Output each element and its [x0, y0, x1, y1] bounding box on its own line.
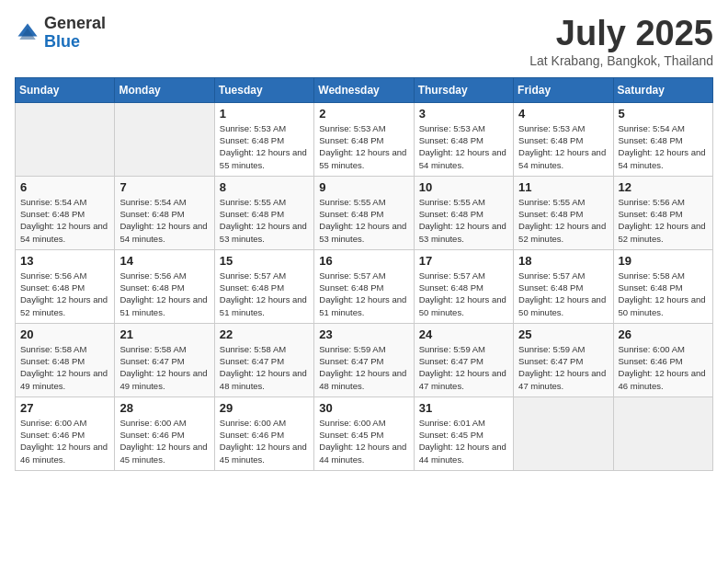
cell-info: Sunrise: 5:58 AMSunset: 6:48 PMDaylight:…: [20, 343, 109, 392]
day-number: 12: [619, 180, 708, 194]
day-header-thursday: Thursday: [414, 77, 513, 102]
calendar-cell: 29Sunrise: 6:00 AMSunset: 6:46 PMDayligh…: [214, 396, 313, 470]
day-number: 16: [319, 254, 408, 268]
calendar-week-row: 27Sunrise: 6:00 AMSunset: 6:46 PMDayligh…: [16, 396, 713, 470]
day-number: 30: [319, 401, 408, 415]
day-number: 31: [419, 401, 508, 415]
cell-info: Sunrise: 5:56 AMSunset: 6:48 PMDaylight:…: [619, 196, 708, 245]
cell-info: Sunrise: 5:57 AMSunset: 6:48 PMDaylight:…: [319, 270, 408, 318]
cell-info: Sunrise: 5:58 AMSunset: 6:47 PMDaylight:…: [119, 343, 209, 392]
cell-info: Sunrise: 6:00 AMSunset: 6:46 PMDaylight:…: [119, 417, 209, 465]
cell-info: Sunrise: 5:53 AMSunset: 6:48 PMDaylight:…: [419, 122, 508, 171]
logo-text: General Blue: [44, 15, 106, 52]
day-number: 26: [619, 327, 708, 341]
day-number: 22: [220, 327, 309, 341]
day-header-friday: Friday: [514, 77, 613, 102]
calendar-cell: [613, 396, 712, 470]
day-number: 7: [119, 180, 209, 194]
calendar-cell: 31Sunrise: 6:01 AMSunset: 6:45 PMDayligh…: [414, 396, 513, 470]
calendar-cell: 11Sunrise: 5:55 AMSunset: 6:48 PMDayligh…: [514, 176, 613, 249]
day-number: 8: [220, 180, 309, 194]
day-number: 24: [419, 327, 508, 341]
calendar-header-row: SundayMondayTuesdayWednesdayThursdayFrid…: [16, 77, 713, 102]
day-number: 1: [220, 107, 309, 121]
cell-info: Sunrise: 5:54 AMSunset: 6:48 PMDaylight:…: [20, 196, 109, 245]
cell-info: Sunrise: 5:53 AMSunset: 6:48 PMDaylight:…: [319, 122, 408, 171]
cell-info: Sunrise: 5:58 AMSunset: 6:47 PMDaylight:…: [220, 343, 309, 392]
calendar-cell: 25Sunrise: 5:59 AMSunset: 6:47 PMDayligh…: [514, 323, 613, 396]
cell-info: Sunrise: 5:56 AMSunset: 6:48 PMDaylight:…: [119, 270, 209, 318]
calendar-cell: 13Sunrise: 5:56 AMSunset: 6:48 PMDayligh…: [16, 249, 115, 323]
calendar-cell: 19Sunrise: 5:58 AMSunset: 6:48 PMDayligh…: [613, 249, 712, 323]
calendar-table: SundayMondayTuesdayWednesdayThursdayFrid…: [15, 77, 713, 471]
cell-info: Sunrise: 5:53 AMSunset: 6:48 PMDaylight:…: [518, 122, 608, 171]
calendar-cell: 9Sunrise: 5:55 AMSunset: 6:48 PMDaylight…: [314, 176, 414, 249]
day-header-tuesday: Tuesday: [214, 77, 313, 102]
day-number: 14: [119, 254, 209, 268]
day-number: 18: [518, 254, 608, 268]
location-subtitle: Lat Krabang, Bangkok, Thailand: [529, 53, 713, 68]
calendar-cell: 17Sunrise: 5:57 AMSunset: 6:48 PMDayligh…: [414, 249, 513, 323]
calendar-cell: 4Sunrise: 5:53 AMSunset: 6:48 PMDaylight…: [514, 102, 613, 176]
day-number: 21: [119, 327, 209, 341]
calendar-cell: 26Sunrise: 6:00 AMSunset: 6:46 PMDayligh…: [613, 323, 712, 396]
day-number: 15: [220, 254, 309, 268]
cell-info: Sunrise: 5:55 AMSunset: 6:48 PMDaylight:…: [518, 196, 608, 245]
cell-info: Sunrise: 5:54 AMSunset: 6:48 PMDaylight:…: [119, 196, 209, 245]
day-header-sunday: Sunday: [16, 77, 115, 102]
cell-info: Sunrise: 6:00 AMSunset: 6:46 PMDaylight:…: [20, 417, 109, 465]
calendar-cell: 15Sunrise: 5:57 AMSunset: 6:48 PMDayligh…: [214, 249, 313, 323]
day-number: 9: [319, 180, 408, 194]
logo-blue: Blue: [44, 33, 106, 52]
day-number: 6: [20, 180, 109, 194]
calendar-body: 1Sunrise: 5:53 AMSunset: 6:48 PMDaylight…: [16, 102, 713, 470]
cell-info: Sunrise: 5:57 AMSunset: 6:48 PMDaylight:…: [419, 270, 508, 318]
calendar-week-row: 20Sunrise: 5:58 AMSunset: 6:48 PMDayligh…: [16, 323, 713, 396]
cell-info: Sunrise: 5:58 AMSunset: 6:48 PMDaylight:…: [619, 270, 708, 318]
day-number: 27: [20, 401, 109, 415]
day-header-monday: Monday: [115, 77, 214, 102]
calendar-cell: [514, 396, 613, 470]
page-header: General Blue July 2025 Lat Krabang, Bang…: [15, 15, 713, 68]
logo: General Blue: [15, 15, 106, 52]
calendar-week-row: 1Sunrise: 5:53 AMSunset: 6:48 PMDaylight…: [16, 102, 713, 176]
calendar-cell: 28Sunrise: 6:00 AMSunset: 6:46 PMDayligh…: [115, 396, 214, 470]
calendar-cell: 5Sunrise: 5:54 AMSunset: 6:48 PMDaylight…: [613, 102, 712, 176]
cell-info: Sunrise: 5:54 AMSunset: 6:48 PMDaylight:…: [619, 122, 708, 171]
title-area: July 2025 Lat Krabang, Bangkok, Thailand: [529, 15, 713, 68]
calendar-cell: [16, 102, 115, 176]
day-header-saturday: Saturday: [613, 77, 712, 102]
day-number: 3: [419, 107, 508, 121]
cell-info: Sunrise: 5:55 AMSunset: 6:48 PMDaylight:…: [220, 196, 309, 245]
cell-info: Sunrise: 5:59 AMSunset: 6:47 PMDaylight:…: [419, 343, 508, 392]
calendar-cell: 23Sunrise: 5:59 AMSunset: 6:47 PMDayligh…: [314, 323, 414, 396]
cell-info: Sunrise: 5:59 AMSunset: 6:47 PMDaylight:…: [319, 343, 408, 392]
day-header-wednesday: Wednesday: [314, 77, 414, 102]
cell-info: Sunrise: 6:00 AMSunset: 6:45 PMDaylight:…: [319, 417, 408, 465]
cell-info: Sunrise: 5:57 AMSunset: 6:48 PMDaylight:…: [518, 270, 608, 318]
day-number: 29: [220, 401, 309, 415]
cell-info: Sunrise: 6:01 AMSunset: 6:45 PMDaylight:…: [419, 417, 508, 465]
calendar-cell: [115, 102, 214, 176]
calendar-cell: 30Sunrise: 6:00 AMSunset: 6:45 PMDayligh…: [314, 396, 414, 470]
calendar-cell: 1Sunrise: 5:53 AMSunset: 6:48 PMDaylight…: [214, 102, 313, 176]
logo-icon: [15, 20, 40, 46]
calendar-cell: 2Sunrise: 5:53 AMSunset: 6:48 PMDaylight…: [314, 102, 414, 176]
day-number: 5: [619, 107, 708, 121]
calendar-cell: 7Sunrise: 5:54 AMSunset: 6:48 PMDaylight…: [115, 176, 214, 249]
day-number: 25: [518, 327, 608, 341]
month-title: July 2025: [529, 15, 713, 53]
calendar-cell: 3Sunrise: 5:53 AMSunset: 6:48 PMDaylight…: [414, 102, 513, 176]
cell-info: Sunrise: 6:00 AMSunset: 6:46 PMDaylight:…: [220, 417, 309, 465]
calendar-cell: 10Sunrise: 5:55 AMSunset: 6:48 PMDayligh…: [414, 176, 513, 249]
cell-info: Sunrise: 5:56 AMSunset: 6:48 PMDaylight:…: [20, 270, 109, 318]
calendar-week-row: 6Sunrise: 5:54 AMSunset: 6:48 PMDaylight…: [16, 176, 713, 249]
day-number: 23: [319, 327, 408, 341]
day-number: 4: [518, 107, 608, 121]
cell-info: Sunrise: 6:00 AMSunset: 6:46 PMDaylight:…: [619, 343, 708, 392]
day-number: 20: [20, 327, 109, 341]
day-number: 13: [20, 254, 109, 268]
day-number: 28: [119, 401, 209, 415]
logo-general: General: [44, 15, 106, 33]
cell-info: Sunrise: 5:55 AMSunset: 6:48 PMDaylight:…: [319, 196, 408, 245]
